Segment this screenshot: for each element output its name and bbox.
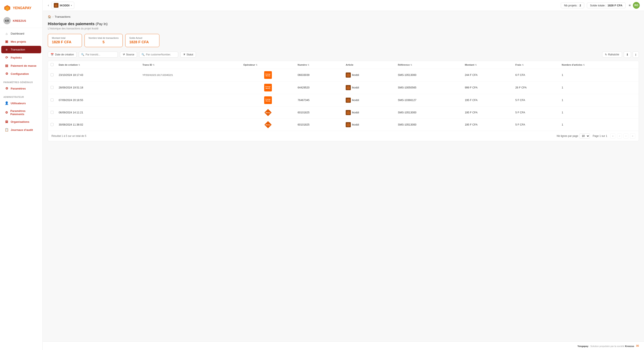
sort-icon: ⇅: [153, 64, 154, 66]
search-transid-wrap: 🔍: [79, 52, 118, 58]
row-date: 06/09/2024 14:11:21: [56, 107, 140, 119]
sidebar-item-label: Paylinks: [11, 56, 22, 59]
row-frais: 5 F CFA: [513, 119, 559, 131]
mail-icon: ✉: [636, 344, 639, 348]
sidebar-item-parametres[interactable]: ⚙ Paramètres: [1, 85, 41, 92]
download-button[interactable]: ⬇: [624, 51, 631, 58]
date-creation-filter[interactable]: 📅 Date de création: [48, 52, 76, 58]
stat-montant-label: Montant total: [52, 37, 78, 39]
link-icon: ⟳: [5, 56, 8, 59]
search-icon: 🔍: [81, 53, 84, 56]
row-checkbox[interactable]: [50, 73, 54, 76]
per-page-control: Nb lignes par page 10 20 50: [557, 134, 590, 139]
sidebar-item-mes-projets[interactable]: ▣ Mes projets: [1, 38, 41, 45]
sidebar-item-dashboard[interactable]: ⌂ Dashboard: [1, 30, 41, 37]
search-customer-wrap: 🔍: [139, 52, 178, 58]
row-article: Ikoddi: [343, 69, 395, 81]
sidebar-item-organisations[interactable]: 🏛 Organisations: [1, 118, 41, 126]
sidebar-item-transaction[interactable]: ≡ Transaction: [1, 46, 41, 53]
orange-money-logo: OrangeMoney: [264, 96, 272, 104]
config-icon: ⚙: [5, 72, 8, 76]
row-montant: 195 F CFA: [462, 119, 513, 131]
col-frais: Frais⇅: [513, 61, 559, 69]
sidebar-item-label: Journaux d'audit: [11, 128, 33, 132]
project-selector[interactable]: IKODDI ▾: [52, 2, 74, 9]
transactions-table: Date de création⇅ Trans ID⇅ Opérateur⇅ N…: [48, 61, 639, 141]
home-icon[interactable]: 🏠: [48, 15, 51, 18]
source-filter-button[interactable]: ⧩ Source: [120, 52, 137, 58]
sidebar-item-journaux-audit[interactable]: 📋 Journaux d'audit: [1, 126, 41, 134]
project-logo-icon: [54, 4, 58, 7]
row-checkbox[interactable]: [50, 98, 54, 101]
row-numero: 60101825: [295, 107, 343, 119]
sidebar-logo-text: YENGAPAY: [13, 6, 31, 10]
row-checkbox[interactable]: [50, 111, 54, 114]
page-subtitle: L'historique des transactions du projet …: [48, 27, 639, 30]
sidebar-item-configuration[interactable]: ⚙ Configuration: [1, 70, 41, 78]
nb-projets-badge: Nb projets : 2: [561, 2, 584, 8]
statut-filter-button[interactable]: ⧩ Statut: [180, 52, 196, 58]
row-numero: 06633039: [295, 69, 343, 81]
refresh-button[interactable]: ↻ Rafraîchir: [602, 52, 622, 58]
first-page-button[interactable]: «: [610, 134, 616, 139]
row-frais: 26 F CFA: [513, 81, 559, 94]
row-transid: [140, 81, 241, 94]
nb-projets-value: 2: [580, 4, 581, 7]
sidebar-item-parametres-paiements[interactable]: ⚙ Paramètres Paiements: [1, 107, 41, 118]
refresh-label: Rafraîchir: [608, 53, 619, 56]
article-image: [346, 110, 351, 115]
sidebar-item-label: Transaction: [11, 48, 25, 51]
table-header: Date de création⇅ Trans ID⇅ Opérateur⇅ N…: [48, 61, 639, 69]
article-image: [346, 98, 351, 103]
project-icon: [54, 3, 58, 8]
sidebar-item-label: Utilisateurs: [11, 102, 26, 105]
row-checkbox[interactable]: [50, 86, 54, 89]
row-reference: SMS-10513000: [395, 119, 462, 131]
stat-solde-label: Solde Actuel: [129, 37, 155, 39]
row-transid: [140, 94, 241, 107]
prev-page-button[interactable]: ‹: [617, 134, 622, 139]
columns-button[interactable]: ⫿: [633, 51, 639, 58]
row-date: 07/09/2024 20:18:55: [56, 94, 140, 107]
col-operateur: Opérateur⇅: [241, 61, 295, 69]
row-reference: SMS-10513000: [395, 69, 462, 81]
article-name: Ikoddi: [352, 86, 359, 89]
sort-icon: ⇅: [78, 64, 80, 66]
solde-label: Solde totale :: [590, 4, 606, 7]
col-transid: Trans ID⇅: [140, 61, 241, 69]
pagination-controls: Nb lignes par page 10 20 50 Page 1 sur 1…: [557, 134, 635, 139]
stat-solde-value: 1828 F CFA: [129, 40, 155, 44]
payment-icon: ⚙: [5, 111, 8, 115]
sidebar-item-paylinks[interactable]: ⟳ Paylinks: [1, 54, 41, 61]
row-reference: SMS-10050565: [395, 81, 462, 94]
last-page-button[interactable]: »: [630, 134, 635, 139]
select-all-checkbox[interactable]: [50, 63, 54, 66]
row-operator: OrangeMoney: [241, 81, 295, 94]
article-name: Ikoddi: [352, 99, 359, 102]
row-checkbox[interactable]: [50, 123, 54, 126]
sidebar-item-utilisateurs[interactable]: 👤 Utilisateurs: [1, 99, 41, 107]
stat-montant-value: 1828 F CFA: [52, 40, 78, 44]
pagination-info: Résultat 1 à 5 sur un total de 5: [52, 135, 86, 138]
footer: Yengapay · Solution propulsée par la soc…: [43, 342, 644, 350]
row-frais: 6 F CFA: [513, 69, 559, 81]
per-page-select[interactable]: 10 20 50: [580, 134, 590, 139]
row-nb-articles: 1: [559, 119, 639, 131]
solde-value: 1828 F CFA: [608, 4, 622, 7]
search-customer-input[interactable]: [146, 53, 176, 56]
user-icon: 👤: [5, 101, 8, 105]
date-filter-label: Date de création: [55, 53, 74, 56]
row-date: 28/09/2024 19:51:18: [56, 81, 140, 94]
sidebar-logo: YENGAPAY: [0, 2, 42, 15]
source-label: Source: [126, 53, 134, 56]
row-operator: OrangeMoney: [241, 94, 295, 107]
row-transid: [140, 107, 241, 119]
user-avatar[interactable]: RO: [633, 2, 640, 9]
next-page-button[interactable]: ›: [624, 134, 628, 139]
theme-toggle-button[interactable]: ☀: [628, 3, 631, 7]
search-transid-input[interactable]: [86, 53, 116, 56]
sidebar-toggle-button[interactable]: ‹: [47, 2, 50, 8]
sort-icon: ⇅: [256, 64, 257, 66]
topbar-actions: ☀ RO: [628, 2, 640, 9]
sidebar-item-paiement-masse[interactable]: ▤ Paiement de masse: [1, 62, 41, 69]
